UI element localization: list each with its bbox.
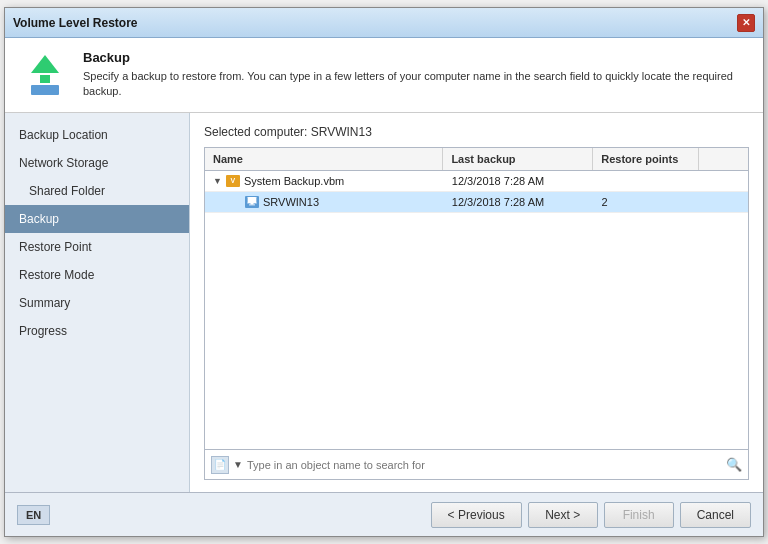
selected-computer-label: Selected computer: SRVWIN13 — [204, 125, 749, 139]
svg-rect-3 — [249, 205, 255, 206]
window-title: Volume Level Restore — [13, 16, 138, 30]
row-srvwin13-extra — [699, 198, 748, 206]
row-srvwin13-last-backup: 12/3/2018 7:28 AM — [444, 192, 594, 212]
col-header-last-backup: Last backup — [443, 148, 593, 170]
header-description: Specify a backup to restore from. You ca… — [83, 69, 747, 100]
col-header-restore-points: Restore points — [593, 148, 699, 170]
row-vbm-last-backup: 12/3/2018 7:28 AM — [444, 171, 594, 191]
content-area: Backup Location Network Storage Shared F… — [5, 113, 763, 492]
svg-rect-0 — [248, 197, 256, 203]
row-name-cell: SRVWIN13 — [205, 192, 444, 212]
search-bar: 📄 ▼ 🔍 — [205, 449, 748, 479]
row-vbm-restore-points — [593, 177, 698, 185]
cancel-button[interactable]: Cancel — [680, 502, 751, 528]
header-text: Backup Specify a backup to restore from.… — [83, 50, 747, 100]
finish-button[interactable]: Finish — [604, 502, 674, 528]
close-button[interactable]: ✕ — [737, 14, 755, 32]
table-body: ▼ V System Backup.vbm 12/3/2018 7:28 AM — [205, 171, 748, 449]
doc-icon: 📄 — [214, 459, 226, 470]
language-selector[interactable]: EN — [17, 505, 50, 525]
row-vbm-name: System Backup.vbm — [244, 175, 344, 187]
svg-rect-2 — [251, 203, 254, 205]
arrow-up-icon — [31, 55, 59, 73]
main-window: Volume Level Restore ✕ Backup Specify a … — [4, 7, 764, 537]
footer: EN < Previous Next > Finish Cancel — [5, 492, 763, 536]
search-magnifier-icon[interactable]: 🔍 — [726, 457, 742, 472]
table-row[interactable]: ▼ V System Backup.vbm 12/3/2018 7:28 AM — [205, 171, 748, 192]
sidebar-item-shared-folder[interactable]: Shared Folder — [5, 177, 189, 205]
table-row[interactable]: SRVWIN13 12/3/2018 7:28 AM 2 — [205, 192, 748, 213]
title-bar: Volume Level Restore ✕ — [5, 8, 763, 38]
sidebar-item-backup[interactable]: Backup — [5, 205, 189, 233]
arrow-base — [40, 75, 50, 83]
sidebar-item-progress[interactable]: Progress — [5, 317, 189, 345]
sidebar-item-restore-point[interactable]: Restore Point — [5, 233, 189, 261]
col-header-extra — [699, 148, 748, 170]
sidebar-item-backup-location[interactable]: Backup Location — [5, 121, 189, 149]
row-vbm-extra — [699, 177, 748, 185]
backup-icon — [21, 51, 69, 99]
header-panel: Backup Specify a backup to restore from.… — [5, 38, 763, 113]
search-dropdown-arrow[interactable]: ▼ — [233, 459, 243, 470]
header-title: Backup — [83, 50, 747, 65]
row-srvwin13-name: SRVWIN13 — [263, 196, 319, 208]
row-srvwin13-restore-points: 2 — [593, 192, 698, 212]
col-header-name: Name — [205, 148, 443, 170]
sidebar-item-restore-mode[interactable]: Restore Mode — [5, 261, 189, 289]
main-panel: Selected computer: SRVWIN13 Name Last ba… — [190, 113, 763, 492]
computer-icon — [245, 196, 259, 208]
search-input[interactable] — [247, 459, 722, 471]
previous-button[interactable]: < Previous — [431, 502, 522, 528]
expand-arrow-icon: ▼ — [213, 176, 222, 186]
arrow-disk — [31, 85, 59, 95]
sidebar-item-network-storage[interactable]: Network Storage — [5, 149, 189, 177]
next-button[interactable]: Next > — [528, 502, 598, 528]
sidebar: Backup Location Network Storage Shared F… — [5, 113, 190, 492]
footer-buttons: < Previous Next > Finish Cancel — [431, 502, 751, 528]
sidebar-item-summary[interactable]: Summary — [5, 289, 189, 317]
search-type-button[interactable]: 📄 — [211, 456, 229, 474]
vbm-file-icon: V — [226, 175, 240, 187]
backup-table: Name Last backup Restore points ▼ V Syst… — [204, 147, 749, 480]
table-header: Name Last backup Restore points — [205, 148, 748, 171]
row-name-cell: ▼ V System Backup.vbm — [205, 171, 444, 191]
